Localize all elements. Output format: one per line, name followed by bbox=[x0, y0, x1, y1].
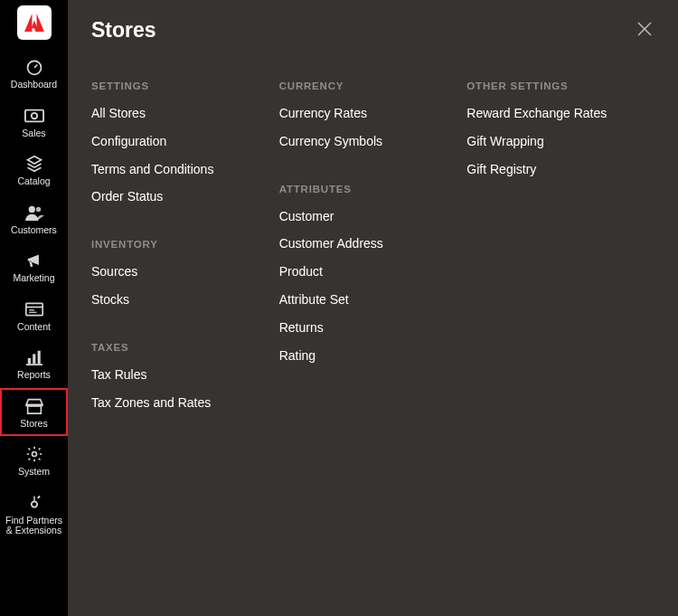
svg-point-2 bbox=[31, 112, 36, 118]
sidebar-item-reports[interactable]: Reports bbox=[0, 339, 68, 388]
section-settings: SETTINGS All Stores Configuration Terms … bbox=[91, 81, 261, 204]
sidebar-item-label: Sales bbox=[22, 128, 45, 139]
partners-icon bbox=[26, 494, 42, 512]
link-configuration[interactable]: Configuration bbox=[91, 134, 261, 149]
link-currency-symbols[interactable]: Currency Symbols bbox=[279, 134, 449, 149]
app-logo[interactable] bbox=[17, 5, 52, 40]
link-reward-exchange-rates[interactable]: Reward Exchange Rates bbox=[466, 106, 636, 121]
sidebar-item-customers[interactable]: Customers bbox=[0, 194, 68, 243]
section-other-settings: OTHER SETTINGS Reward Exchange Rates Gif… bbox=[466, 81, 636, 176]
flyout-columns: SETTINGS All Stores Configuration Terms … bbox=[91, 81, 654, 410]
sidebar-item-label: Reports bbox=[17, 370, 51, 381]
svg-point-13 bbox=[32, 452, 36, 457]
sidebar-item-partners[interactable]: Find Partners & Extensions bbox=[0, 485, 68, 544]
svg-point-3 bbox=[28, 205, 34, 212]
link-terms-and-conditions[interactable]: Terms and Conditions bbox=[91, 162, 261, 177]
sidebar-item-dashboard[interactable]: Dashboard bbox=[0, 49, 68, 98]
sidebar-item-content[interactable]: Content bbox=[0, 291, 68, 340]
section-heading: ATTRIBUTES bbox=[279, 184, 449, 194]
link-order-status[interactable]: Order Status bbox=[91, 189, 261, 204]
dashboard-icon bbox=[25, 58, 43, 76]
sidebar-item-label: Catalog bbox=[17, 176, 50, 187]
sidebar-item-marketing[interactable]: Marketing bbox=[0, 242, 68, 291]
link-attribute-set[interactable]: Attribute Set bbox=[279, 292, 449, 308]
sales-icon bbox=[24, 107, 44, 125]
section-currency: CURRENCY Currency Rates Currency Symbols bbox=[279, 81, 449, 149]
sidebar-item-label: System bbox=[18, 467, 50, 478]
svg-rect-5 bbox=[25, 303, 42, 315]
customers-icon bbox=[24, 204, 44, 222]
content-icon bbox=[25, 300, 43, 318]
close-icon bbox=[636, 21, 653, 37]
section-heading: OTHER SETTINGS bbox=[466, 81, 636, 91]
section-attributes: ATTRIBUTES Customer Customer Address Pro… bbox=[279, 184, 449, 364]
svg-point-4 bbox=[35, 206, 40, 211]
link-rating[interactable]: Rating bbox=[279, 348, 449, 364]
sidebar-item-label: Dashboard bbox=[11, 80, 57, 90]
flyout-column-2: CURRENCY Currency Rates Currency Symbols… bbox=[279, 81, 467, 410]
adobe-icon bbox=[24, 14, 44, 32]
section-heading: CURRENCY bbox=[279, 81, 449, 91]
catalog-icon bbox=[25, 155, 43, 173]
sidebar-item-label: Find Partners & Extensions bbox=[2, 516, 66, 536]
flyout-title: Stores bbox=[91, 18, 156, 43]
sidebar-item-stores[interactable]: Stores bbox=[0, 388, 68, 437]
link-sources[interactable]: Sources bbox=[91, 264, 261, 280]
link-all-stores[interactable]: All Stores bbox=[91, 106, 261, 121]
svg-rect-11 bbox=[37, 351, 40, 364]
link-tax-zones-and-rates[interactable]: Tax Zones and Rates bbox=[91, 395, 261, 411]
link-stocks[interactable]: Stocks bbox=[91, 292, 261, 308]
sidebar: Dashboard Sales Catalog Customers Market… bbox=[0, 0, 68, 616]
sidebar-item-label: Marketing bbox=[13, 273, 54, 284]
stores-icon bbox=[25, 397, 43, 415]
flyout-column-3: OTHER SETTINGS Reward Exchange Rates Gif… bbox=[466, 81, 654, 410]
svg-rect-9 bbox=[27, 358, 30, 364]
section-heading: SETTINGS bbox=[91, 81, 261, 91]
sidebar-item-label: Stores bbox=[20, 419, 47, 430]
sidebar-item-label: Content bbox=[17, 322, 51, 333]
section-taxes: TAXES Tax Rules Tax Zones and Rates bbox=[91, 342, 261, 411]
flyout-column-1: SETTINGS All Stores Configuration Terms … bbox=[91, 81, 279, 410]
link-gift-wrapping[interactable]: Gift Wrapping bbox=[466, 134, 636, 149]
system-icon bbox=[25, 445, 43, 463]
link-tax-rules[interactable]: Tax Rules bbox=[91, 367, 261, 383]
sidebar-item-system[interactable]: System bbox=[0, 436, 68, 485]
svg-rect-12 bbox=[26, 364, 42, 365]
link-currency-rates[interactable]: Currency Rates bbox=[279, 106, 449, 121]
section-heading: TAXES bbox=[91, 342, 261, 353]
reports-icon bbox=[26, 348, 42, 366]
section-heading: INVENTORY bbox=[91, 239, 261, 250]
sidebar-item-label: Customers bbox=[11, 225, 57, 236]
link-gift-registry[interactable]: Gift Registry bbox=[466, 162, 636, 177]
marketing-icon bbox=[25, 251, 43, 270]
link-product[interactable]: Product bbox=[279, 264, 449, 280]
link-customer[interactable]: Customer bbox=[279, 209, 449, 224]
close-button[interactable] bbox=[635, 19, 654, 43]
svg-rect-10 bbox=[33, 355, 35, 365]
section-inventory: INVENTORY Sources Stocks bbox=[91, 239, 261, 308]
link-customer-address[interactable]: Customer Address bbox=[279, 236, 449, 251]
stores-flyout: Stores SETTINGS All Stores Configuration… bbox=[68, 0, 678, 616]
sidebar-item-catalog[interactable]: Catalog bbox=[0, 146, 68, 194]
flyout-header: Stores bbox=[91, 18, 654, 43]
sidebar-item-sales[interactable]: Sales bbox=[0, 98, 68, 147]
svg-rect-1 bbox=[24, 109, 42, 121]
link-returns[interactable]: Returns bbox=[279, 320, 449, 336]
